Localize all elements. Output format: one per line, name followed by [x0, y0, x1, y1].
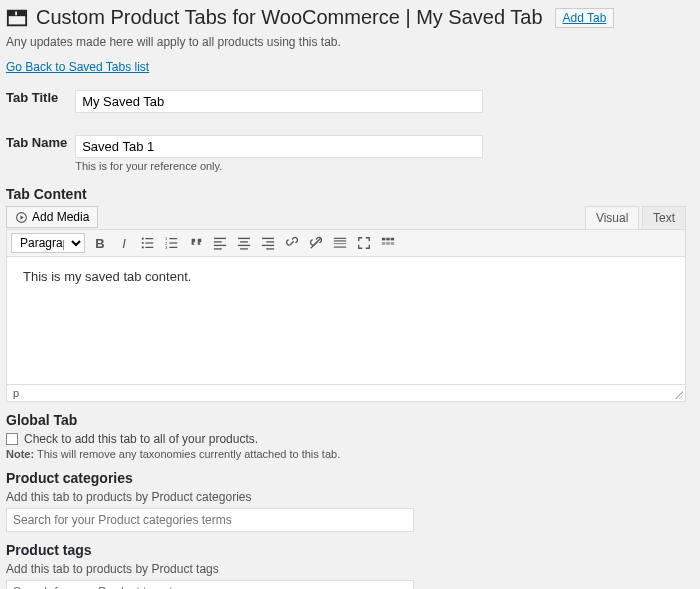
global-tab-heading: Global Tab — [6, 412, 694, 428]
svg-rect-25 — [266, 241, 274, 242]
unlink-button[interactable] — [307, 234, 325, 252]
svg-rect-11 — [169, 238, 177, 239]
numbered-list-button[interactable]: 123 — [163, 234, 181, 252]
svg-rect-35 — [391, 238, 395, 241]
svg-rect-20 — [238, 238, 250, 239]
svg-rect-7 — [145, 242, 153, 243]
content-editor[interactable]: This is my saved tab content. — [6, 257, 686, 385]
svg-rect-24 — [262, 238, 274, 239]
editor-path: p — [13, 387, 19, 399]
editor-tab-text[interactable]: Text — [642, 206, 686, 229]
svg-rect-17 — [214, 241, 222, 242]
svg-rect-21 — [240, 241, 248, 242]
fullscreen-button[interactable] — [355, 234, 373, 252]
svg-rect-33 — [382, 238, 386, 241]
svg-rect-30 — [334, 240, 346, 241]
tab-title-label: Tab Title — [6, 86, 75, 117]
svg-rect-37 — [386, 242, 390, 245]
editor-status-bar: p — [6, 385, 686, 402]
format-select[interactable]: Paragraph — [11, 233, 85, 253]
align-left-button[interactable] — [211, 234, 229, 252]
svg-rect-5 — [145, 238, 153, 239]
editor-tab-visual[interactable]: Visual — [585, 206, 639, 229]
global-tab-note: Note: This will remove any taxonomies cu… — [6, 448, 694, 460]
svg-rect-38 — [391, 242, 395, 245]
svg-rect-16 — [214, 238, 226, 239]
tab-title-input[interactable] — [75, 90, 483, 113]
insert-more-button[interactable] — [331, 234, 349, 252]
svg-rect-26 — [262, 245, 274, 246]
tab-name-help: This is for your reference only. — [75, 160, 483, 172]
toolbar-toggle-button[interactable] — [379, 234, 397, 252]
product-categories-search[interactable] — [6, 508, 414, 532]
italic-button[interactable]: I — [115, 234, 133, 252]
svg-rect-18 — [214, 245, 226, 246]
product-categories-heading: Product categories — [6, 470, 694, 486]
svg-rect-32 — [334, 247, 346, 248]
svg-rect-31 — [334, 243, 346, 244]
svg-point-4 — [142, 238, 144, 240]
link-button[interactable] — [283, 234, 301, 252]
page-title: Custom Product Tabs for WooCommerce | My… — [6, 6, 694, 29]
tab-name-label: Tab Name — [6, 131, 75, 176]
resize-handle[interactable] — [675, 391, 683, 399]
svg-rect-2 — [15, 11, 17, 15]
svg-point-6 — [142, 242, 144, 244]
media-icon — [15, 211, 28, 224]
product-tags-heading: Product tags — [6, 542, 694, 558]
editor-toolbar: Paragraph B I 123 — [6, 229, 686, 257]
tab-name-input[interactable] — [75, 135, 483, 158]
svg-rect-15 — [169, 247, 177, 248]
global-tab-checkbox-label: Check to add this tab to all of your pro… — [24, 432, 258, 446]
back-link[interactable]: Go Back to Saved Tabs list — [6, 60, 149, 74]
tab-content-heading: Tab Content — [6, 186, 694, 202]
svg-rect-27 — [266, 248, 274, 249]
svg-rect-29 — [334, 238, 346, 239]
svg-rect-13 — [169, 242, 177, 243]
svg-rect-9 — [145, 247, 153, 248]
add-tab-button[interactable]: Add Tab — [555, 8, 615, 28]
svg-rect-23 — [240, 248, 248, 249]
page-title-text: Custom Product Tabs for WooCommerce | My… — [36, 6, 543, 29]
global-tab-checkbox[interactable] — [6, 433, 18, 445]
tabs-icon — [6, 7, 28, 29]
update-notice: Any updates made here will apply to all … — [6, 35, 694, 49]
svg-rect-34 — [386, 238, 390, 241]
svg-rect-22 — [238, 245, 250, 246]
align-center-button[interactable] — [235, 234, 253, 252]
blockquote-button[interactable] — [187, 234, 205, 252]
add-media-button[interactable]: Add Media — [6, 206, 98, 228]
svg-rect-19 — [214, 248, 222, 249]
product-tags-desc: Add this tab to products by Product tags — [6, 562, 694, 576]
bold-button[interactable]: B — [91, 234, 109, 252]
product-categories-desc: Add this tab to products by Product cate… — [6, 490, 694, 504]
add-media-label: Add Media — [32, 210, 89, 224]
svg-rect-36 — [382, 242, 386, 245]
svg-text:3: 3 — [165, 245, 168, 250]
product-tags-search[interactable] — [6, 580, 414, 589]
svg-point-8 — [142, 246, 144, 248]
align-right-button[interactable] — [259, 234, 277, 252]
bullet-list-button[interactable] — [139, 234, 157, 252]
